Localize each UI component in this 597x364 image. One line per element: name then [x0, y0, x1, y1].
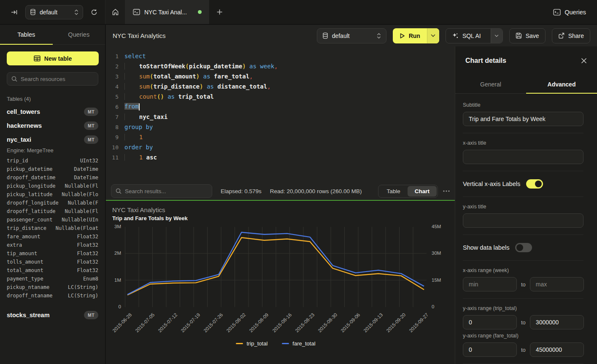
sql-ai-button[interactable]: SQL AI: [446, 28, 503, 43]
code-line[interactable]: 9 1: [106, 132, 455, 142]
panel-tab-general[interactable]: General: [455, 75, 526, 93]
results-search[interactable]: [111, 184, 212, 198]
run-label: Run: [409, 32, 420, 39]
column-name: total_amount: [7, 267, 43, 276]
save-button[interactable]: Save: [509, 28, 546, 43]
close-panel-button[interactable]: [581, 58, 587, 64]
panel-tab-advanced[interactable]: Advanced: [526, 75, 597, 93]
refresh-button[interactable]: [89, 7, 99, 17]
code-line[interactable]: 7 nyc_taxi: [106, 112, 455, 122]
code-line[interactable]: 11 1 asc: [106, 152, 455, 162]
y-axis-title-input[interactable]: [463, 213, 583, 228]
toggle-knob: [516, 244, 523, 251]
new-tab-button[interactable]: [210, 0, 229, 24]
line-number: 8: [106, 124, 119, 130]
column-row: dropoff_ntanameLC(String): [7, 293, 98, 301]
sidebar-search-input[interactable]: [21, 76, 95, 82]
run-button[interactable]: Run: [393, 28, 439, 43]
table-name: stocks_stream: [7, 312, 50, 318]
engine-badge: MT: [84, 135, 98, 144]
y-axis-tick-right: 45M: [432, 224, 450, 229]
x-range-min-input[interactable]: [463, 277, 517, 291]
code-line[interactable]: 6from: [106, 102, 455, 112]
query-database-value: default: [332, 32, 373, 39]
legend-item-trip_total[interactable]: trip_total: [236, 340, 267, 347]
y-range-trip-max-input[interactable]: [530, 315, 584, 329]
x-axis-tick: 2015-07-19: [180, 312, 201, 333]
subtitle-input[interactable]: [463, 112, 583, 126]
column-type: Float32: [77, 234, 98, 242]
column-type: Enum8: [83, 276, 98, 284]
y-range-trip-field-label: y-axis range (trip_total): [463, 305, 583, 311]
to-label: to: [521, 281, 526, 288]
column-name: pickup_longitude: [7, 183, 56, 191]
home-button[interactable]: [105, 0, 125, 24]
results-search-input[interactable]: [125, 188, 208, 194]
sidebar-search[interactable]: [7, 72, 98, 86]
code-text: select: [124, 53, 146, 59]
tab-nyc-taxi-analytics[interactable]: NYC Taxi Anal...: [125, 0, 210, 24]
line-number: 6: [106, 104, 119, 110]
code-line[interactable]: 1select: [106, 51, 455, 61]
y-range-fare-max-input[interactable]: [530, 342, 584, 357]
chevron-updown-icon: [74, 9, 78, 15]
column-row: dropoff_datetimeDateTime: [7, 175, 98, 183]
sql-ai-options-button[interactable]: [491, 29, 502, 43]
more-options-button[interactable]: [443, 190, 450, 192]
engine-badge: MT: [84, 108, 98, 116]
code-line[interactable]: 3 sum(total_amount) as fare_total,: [106, 71, 455, 81]
column-type: Nullable(Float: [56, 225, 98, 234]
collapse-sidebar-button[interactable]: [9, 7, 19, 17]
tab-strip: NYC Taxi Anal...: [105, 0, 229, 24]
vertical-x-axis-labels-toggle[interactable]: [526, 179, 543, 189]
share-button[interactable]: Share: [552, 28, 590, 43]
code-line[interactable]: 4 sum(trip_distance) as distance_total,: [106, 81, 455, 92]
column-type: Float32: [77, 267, 98, 276]
sidebar-tab-queries[interactable]: Queries: [53, 25, 105, 44]
code-text: toStartOfWeek(pickup_datetime) as week,: [124, 63, 278, 70]
x-axis-tick: 2015-09-27: [408, 312, 429, 333]
database-selector-value: default: [40, 9, 70, 16]
view-toggle-chart[interactable]: Chart: [408, 186, 437, 197]
chart-plot-area[interactable]: [125, 227, 427, 307]
legend-item-fare_total[interactable]: fare_total: [282, 340, 315, 347]
run-options-button[interactable]: [427, 28, 439, 43]
x-axis-tick: 2015-07-26: [203, 312, 224, 333]
new-table-button[interactable]: New table: [7, 51, 99, 65]
engine-badge: MT: [84, 311, 98, 319]
sql-editor[interactable]: 1select2 toStartOfWeek(pickup_datetime) …: [106, 46, 455, 182]
column-name: dropoff_datetime: [7, 175, 56, 183]
code-line[interactable]: 2 toStartOfWeek(pickup_datetime) as week…: [106, 61, 455, 71]
y-range-fare-min-input[interactable]: [463, 342, 517, 357]
query-database-selector[interactable]: default: [317, 28, 386, 43]
show-data-labels-toggle[interactable]: [515, 243, 532, 252]
line-chart: [125, 227, 427, 307]
save-label: Save: [526, 32, 539, 39]
view-toggle-table[interactable]: Table: [379, 186, 407, 197]
column-row: pickup_ntanameLC(String): [7, 284, 98, 293]
queries-button[interactable]: Queries: [542, 0, 597, 24]
line-number: 5: [106, 94, 119, 100]
column-name: pickup_ntaname: [7, 284, 49, 293]
close-icon: [581, 58, 587, 64]
tables-section-label: Tables (4): [0, 90, 105, 105]
sidebar-tab-tables[interactable]: Tables: [0, 25, 53, 44]
code-line[interactable]: 8group by: [106, 122, 455, 132]
y-range-trip-min-input[interactable]: [463, 315, 517, 329]
table-row-nyc-taxi[interactable]: nyc_taxi MT: [0, 132, 105, 146]
x-axis-title-input[interactable]: [463, 150, 583, 164]
column-type: Float32: [77, 259, 98, 267]
column-name: trip_id: [7, 158, 28, 166]
table-row-stocks-stream[interactable]: stocks_stream MT: [0, 308, 105, 322]
new-table-label: New table: [44, 55, 72, 62]
line-number: 7: [106, 114, 119, 120]
vertical-x-axis-labels-label: Vertical x-axis Labels: [463, 181, 520, 187]
table-row-cell-towers[interactable]: cell_towers MT: [0, 105, 105, 119]
code-line[interactable]: 5 count() as trip_total: [106, 92, 455, 102]
code-line[interactable]: 10order by: [106, 142, 455, 152]
x-range-max-input[interactable]: [530, 277, 584, 291]
table-row-hackernews[interactable]: hackernews MT: [0, 119, 105, 132]
column-type: LC(String): [68, 293, 98, 301]
sql-ai-label: SQL AI: [462, 32, 481, 39]
database-selector[interactable]: default: [25, 5, 83, 19]
